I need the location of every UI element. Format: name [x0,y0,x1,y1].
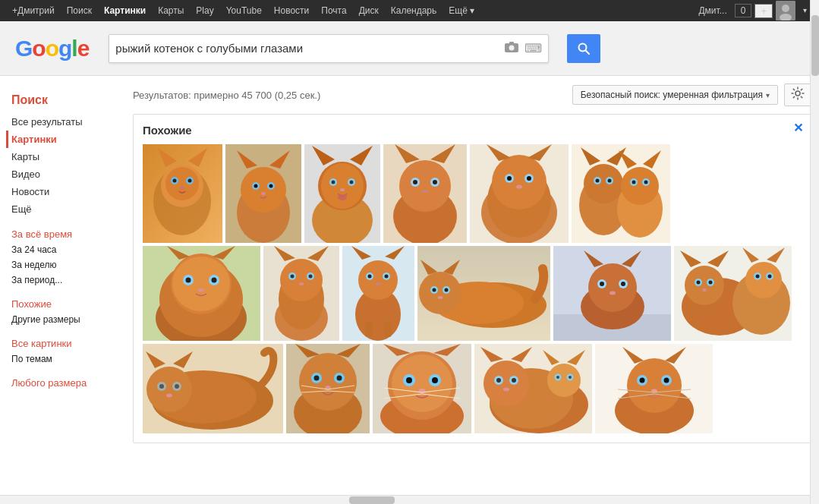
svg-point-102 [299,282,304,285]
search-button[interactable] [567,34,600,63]
image-item[interactable] [304,144,380,243]
horizontal-scrollbar[interactable] [0,495,810,504]
image-item[interactable] [470,144,569,243]
svg-point-18 [188,179,192,183]
svg-point-220 [640,378,645,383]
svg-point-139 [685,266,724,305]
svg-point-189 [432,377,438,383]
vertical-scrollbar[interactable] [810,0,819,504]
safe-search-arrow: ▾ [766,91,770,99]
svg-point-40 [340,188,345,191]
image-item[interactable] [674,246,792,341]
svg-point-29 [261,192,266,195]
sidebar-other-sizes[interactable]: Другие размеры [11,312,118,327]
topbar-item-news[interactable]: Новости [269,0,313,21]
image-item[interactable] [286,344,370,433]
svg-point-60 [507,176,512,181]
svg-point-90 [212,278,217,283]
sidebar-time-period[interactable]: За период... [11,272,118,288]
topbar-item-maps[interactable]: Карты [153,0,188,21]
svg-point-211 [556,376,559,379]
scrollbar-thumb[interactable] [811,15,819,76]
image-item[interactable] [342,246,414,341]
svg-point-70 [596,179,600,183]
sidebar-item-all-results[interactable]: Все результаты [11,113,118,131]
topbar-item-profile[interactable]: +Дмитрий [8,0,59,21]
svg-point-136 [610,291,616,295]
similar-panel-close[interactable]: ✕ [793,121,803,135]
image-item[interactable] [474,344,592,433]
svg-point-134 [600,282,604,286]
svg-point-129 [588,263,637,312]
sidebar: Поиск Все результаты Картинки Карты Виде… [0,76,118,504]
image-item[interactable] [553,246,671,341]
svg-point-35 [321,163,364,209]
svg-point-61 [527,176,531,181]
image-item[interactable] [143,144,222,243]
svg-point-1 [782,5,789,12]
topbar-item-calendar[interactable]: Календарь [386,0,442,21]
svg-point-203 [496,378,501,383]
safe-search-button[interactable]: Безопасный поиск: умеренная фильтрация ▾ [572,85,778,105]
sidebar-by-topics[interactable]: По темам [11,351,118,367]
svg-point-65 [584,164,623,203]
sidebar-item-video[interactable]: Видео [11,165,118,183]
sidebar-time-week[interactable]: За неделю [11,257,118,272]
svg-point-4 [509,45,515,50]
svg-point-164 [175,384,179,389]
svg-point-8 [795,91,800,96]
sidebar-search-label: Поиск [11,93,118,107]
results-count: Результатов: примерно 45 700 (0,25 сек.) [133,90,320,101]
search-input[interactable] [115,42,505,55]
content-area: Результатов: примерно 45 700 (0,25 сек.)… [118,76,819,504]
topbar-item-more[interactable]: Ещё ▾ [444,0,479,21]
settings-button[interactable] [784,83,811,106]
sidebar-any-size-title[interactable]: Любого размера [11,377,118,389]
safe-search-label: Безопасный поиск: умеренная фильтрация [581,90,763,100]
sidebar-all-images-title[interactable]: Все картинки [11,338,118,349]
similar-panel: Похожие ✕ [133,114,811,443]
google-logo[interactable]: Google [15,36,89,61]
svg-point-12 [165,167,199,200]
image-row-3 [143,344,802,433]
topbar-item-play[interactable]: Play [191,0,218,21]
plus-button[interactable]: + [754,4,773,18]
search-box: ⌨ [109,34,549,63]
image-item[interactable] [417,246,550,341]
hscroll-thumb[interactable] [349,496,395,504]
camera-icon[interactable] [505,42,518,55]
svg-point-165 [166,394,172,398]
sidebar-item-maps[interactable]: Карты [11,148,118,165]
image-item[interactable] [143,344,283,433]
topbar-item-mail[interactable]: Почта [317,0,351,21]
keyboard-icon[interactable]: ⌨ [524,41,542,55]
svg-point-212 [569,376,572,379]
sidebar-item-more[interactable]: Ещё [11,200,118,218]
svg-point-112 [376,282,380,285]
main-content: Поиск Все результаты Картинки Карты Виде… [0,76,819,504]
image-item[interactable] [383,144,467,243]
avatar[interactable] [776,1,795,20]
image-item[interactable] [373,344,471,433]
topbar-item-search[interactable]: Поиск [62,0,96,21]
svg-point-163 [159,384,164,389]
topbar-item-images[interactable]: Картинки [99,0,150,21]
topbar-item-disk[interactable]: Диск [354,0,383,21]
image-item[interactable] [595,344,713,433]
image-item[interactable] [263,246,339,341]
sidebar-time-title[interactable]: За всё время [11,228,118,240]
image-item[interactable] [143,246,260,341]
notification-button[interactable]: 0 [735,4,752,17]
sidebar-item-images[interactable]: Картинки [6,131,118,148]
svg-point-89 [186,278,191,283]
topbar-item-youtube[interactable]: YouTube [222,0,266,21]
svg-point-55 [492,155,547,209]
svg-point-124 [445,288,449,292]
svg-point-125 [438,296,443,299]
image-item[interactable] [225,144,301,243]
sidebar-item-news[interactable]: Новости [11,183,118,200]
sidebar-time-24h[interactable]: За 24 часа [11,242,118,257]
image-item[interactable] [572,144,670,243]
svg-point-135 [621,282,625,286]
sidebar-similar-title[interactable]: Похожие [11,298,118,310]
